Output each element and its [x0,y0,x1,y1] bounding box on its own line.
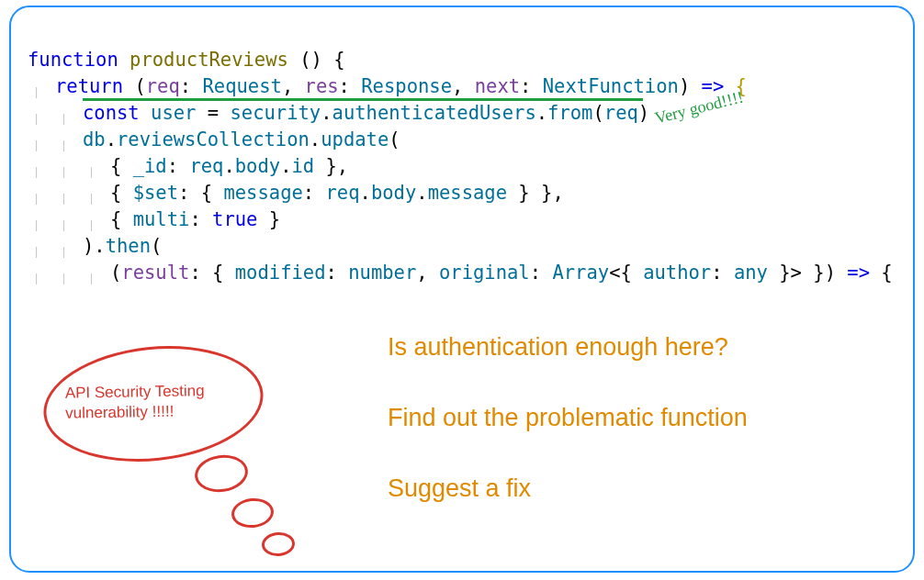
type: any [734,262,768,284]
ident: security [230,102,321,124]
type: Request [202,75,281,97]
bubble-trail [261,531,296,557]
key: _id [133,155,167,177]
thought-bubble: API Security Testing vulnerability !!!!! [43,347,328,567]
ident: reviewsCollection [117,128,310,151]
question-list: Is authentication enough here? Find out … [388,333,902,545]
bubble-trail [192,452,250,496]
ident: authenticatedUsers [332,102,536,124]
code-text: () { [288,49,345,71]
var: user [151,102,196,124]
param: req [146,75,180,97]
type: Response [361,75,452,97]
param: next [475,75,520,97]
key: message [223,182,302,204]
type: Array [552,262,609,284]
slide-card: function productReviews () { return (req… [9,6,915,573]
kw-const: const [83,102,140,124]
ident: req [189,155,223,177]
bubble-line2: vulnerability !!!!! [65,403,174,422]
ident: message [428,182,507,204]
question-2: Find out the problematic function [388,404,902,432]
ident: req [604,102,638,124]
question-3: Suggest a fix [388,474,902,503]
kw-function: function [28,49,118,71]
arrow: => [847,262,870,284]
param: result [121,262,189,284]
bubble-text: API Security Testing vulnerability !!!!! [65,380,250,423]
ident: body [235,155,280,177]
kw-return: return [55,75,123,97]
green-underline [83,98,643,101]
ident: then [106,235,151,257]
bubble-trail [230,496,275,530]
question-1: Is authentication enough here? [388,333,902,362]
ident: req [326,182,360,204]
key: multi [133,208,190,230]
key: author [643,262,711,284]
param: res [305,75,339,97]
ident: from [547,102,592,124]
ident: db [83,128,106,151]
bubble-line1: API Security Testing [65,382,205,402]
fn-name: productReviews [130,49,288,71]
ident: body [371,182,416,204]
ident: update [321,128,389,151]
bool: true [212,208,257,230]
code-block: function productReviews () { return (req… [28,20,893,313]
type: number [348,262,416,284]
key: original [439,262,530,284]
key: $set [133,182,178,204]
ident: id [292,155,315,177]
key: modified [235,262,326,284]
type: NextFunction [543,75,679,97]
